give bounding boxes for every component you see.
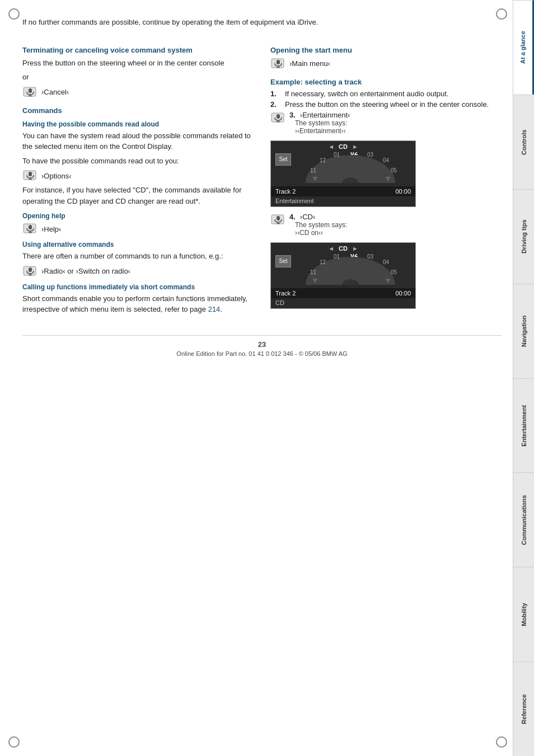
step-4-says: The system says: — [289, 221, 347, 229]
svg-text:11: 11 — [310, 269, 317, 275]
svg-rect-13 — [29, 267, 32, 272]
two-column-layout: Terminating or canceling voice command s… — [22, 38, 502, 318]
step-4-row: 4. ›CD‹ The system says: ››CD on‹‹ — [270, 213, 502, 237]
cd-display-1-topbar: ◄ CD ► — [271, 141, 415, 152]
cmd-options-row: ›Options‹ — [22, 170, 254, 182]
right-column: Opening the start menu ›Main menu‹ Examp… — [270, 38, 502, 318]
cd-display-1-bottom: Track 2 00:00 — [271, 186, 415, 196]
cd-set-btn-1: Set — [275, 153, 291, 166]
cd-disc-svg-2: 11 12 01 02 03 04 05 ▼ ▼ — [294, 254, 406, 285]
tab-communications[interactable]: Communications — [513, 472, 534, 567]
cd-right-arrow-2: ► — [352, 245, 358, 252]
mic-icon-main-menu — [270, 58, 286, 70]
svg-rect-17 — [277, 60, 280, 64]
cd-display-2-bottom: Track 2 00:00 — [271, 288, 415, 298]
cd-display-2-set-area: Set 11 12 01 02 03 04 05 ▼ — [271, 254, 415, 288]
heading-short-commands: Calling up functions immediately via sho… — [22, 283, 254, 291]
read-aloud-para3: For instance, if you have selected "CD",… — [22, 185, 254, 206]
cd-set-btn-2: Set — [275, 255, 291, 267]
step-1-row: 1. If necessary, switch on entertainment… — [270, 90, 502, 98]
cd-left-arrow-1: ◄ — [328, 143, 334, 150]
cd-bottom-label-1: Entertainment — [271, 196, 415, 206]
svg-rect-36 — [277, 216, 280, 220]
tab-controls[interactable]: Controls — [513, 95, 534, 189]
cmd-main-menu-text: ›Main menu‹ — [289, 59, 330, 68]
tab-reference[interactable]: Reference — [513, 661, 534, 756]
short-commands-text: Short commands enable you to perform cer… — [22, 293, 254, 315]
step-2-text: Press the button on the steering wheel o… — [285, 100, 502, 109]
svg-text:03: 03 — [367, 152, 374, 158]
step-4-echo: ››CD on‹‹ — [289, 229, 347, 237]
svg-text:04: 04 — [383, 259, 390, 265]
cd-right-arrow-1: ► — [352, 143, 358, 150]
heading-commands: Commands — [22, 106, 254, 115]
step-4-content: 4. ›CD‹ The system says: ››CD on‹‹ — [289, 213, 347, 237]
tab-at-a-glance[interactable]: At a glance — [513, 0, 534, 95]
corner-mark-br — [496, 736, 507, 748]
step-3-cmd: ›Entertainment‹ — [300, 111, 350, 119]
step-1-text: If necessary, switch on entertainment au… — [285, 90, 502, 98]
cmd-cancel-text: ›Cancel‹ — [41, 88, 69, 96]
svg-text:02: 02 — [350, 254, 358, 259]
cd-label-1: CD — [339, 143, 348, 150]
cmd-cancel-row: ›Cancel‹ — [22, 86, 254, 98]
terminating-text: Press the button on the steering wheel o… — [22, 58, 254, 69]
cd-display-2: ◄ CD ► Set 11 12 01 02 03 — [270, 242, 416, 309]
mic-icon-radio — [22, 265, 38, 278]
read-aloud-para1: You can have the system read aloud the p… — [22, 130, 254, 152]
left-column: Terminating or canceling voice command s… — [22, 38, 254, 318]
heading-read-aloud: Having the possible commands read aloud — [22, 120, 254, 128]
step-3-says: The system says: — [289, 119, 350, 127]
cd-disc-area-1: 11 12 01 02 03 04 05 ▼ ▼ — [294, 152, 411, 184]
page-ref-link[interactable]: 214 — [208, 305, 221, 313]
cd-display-1: ◄ CD ► Set 11 12 — [270, 140, 416, 207]
svg-rect-1 — [29, 88, 32, 93]
svg-text:▼: ▼ — [311, 276, 319, 285]
svg-text:12: 12 — [320, 259, 326, 265]
mic-icon-cancel — [22, 86, 38, 98]
tab-navigation[interactable]: Navigation — [513, 284, 534, 378]
intro-paragraph: If no further commands are possible, con… — [22, 17, 502, 28]
page-content: If no further commands are possible, con… — [0, 0, 513, 374]
footer-text: Online Edition for Part no. 01 41 0 012 … — [176, 350, 347, 357]
svg-text:12: 12 — [320, 157, 326, 163]
read-aloud-para2: To have the possible commands read out t… — [22, 156, 254, 167]
side-tab-bar: At a glance Controls Driving tips Naviga… — [513, 0, 534, 756]
terminating-or: or — [22, 72, 254, 83]
step-3-num: 3. — [289, 111, 296, 119]
cd-time-2: 00:00 — [395, 290, 411, 297]
svg-text:11: 11 — [310, 167, 317, 173]
cd-time-1: 00:00 — [395, 188, 411, 195]
step-3-echo: ››Entertainment‹‹ — [289, 127, 350, 135]
step-3-row: 3. ›Entertainment‹ The system says: ››En… — [270, 111, 502, 135]
svg-text:01: 01 — [334, 254, 340, 260]
svg-rect-9 — [29, 225, 32, 229]
heading-terminating: Terminating or canceling voice command s… — [22, 46, 254, 54]
short-cmd-text-after: . — [220, 305, 222, 313]
step-4-num: 4. — [289, 213, 296, 221]
svg-rect-5 — [29, 172, 32, 176]
svg-text:03: 03 — [367, 254, 374, 260]
mic-icon-step3 — [270, 112, 286, 124]
svg-text:05: 05 — [391, 167, 397, 173]
page-number: 23 — [22, 340, 502, 349]
cd-display-1-set-area: Set 11 12 01 02 03 — [271, 152, 415, 186]
cd-label-2: CD — [339, 245, 348, 252]
page-footer: 23 Online Edition for Part no. 01 41 0 0… — [22, 335, 502, 357]
svg-text:01: 01 — [334, 152, 340, 158]
cd-left-arrow-2: ◄ — [328, 245, 334, 252]
svg-text:▼: ▼ — [384, 174, 392, 183]
cd-track-name-1: Track 2 — [275, 188, 296, 195]
cd-display-2-topbar: ◄ CD ► — [271, 243, 415, 254]
cmd-help-row: ›Help‹ — [22, 223, 254, 235]
tab-entertainment[interactable]: Entertainment — [513, 378, 534, 473]
cmd-radio-row: ›Radio‹ or ›Switch on radio‹ — [22, 265, 254, 278]
heading-opening-start-menu: Opening the start menu — [270, 46, 502, 54]
cmd-main-menu-row: ›Main menu‹ — [270, 58, 502, 70]
corner-mark-bl — [8, 736, 20, 748]
svg-text:05: 05 — [391, 269, 397, 275]
tab-driving-tips[interactable]: Driving tips — [513, 189, 534, 284]
tab-mobility[interactable]: Mobility — [513, 567, 534, 661]
alt-commands-text: There are often a number of commands to … — [22, 251, 254, 262]
cmd-radio-text: ›Radio‹ or ›Switch on radio‹ — [41, 267, 130, 275]
